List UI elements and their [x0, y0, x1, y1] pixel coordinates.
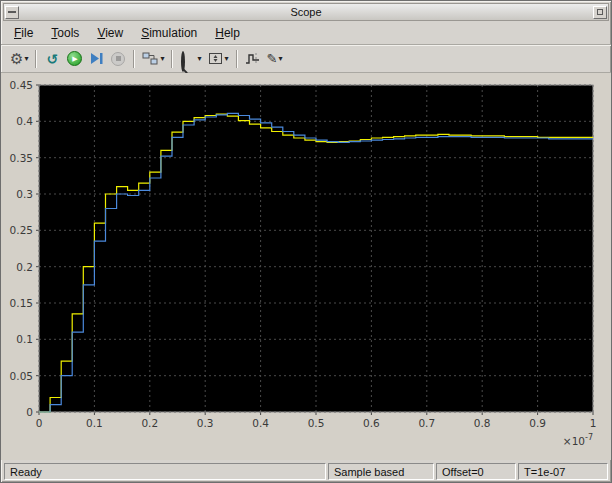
- menu-tools[interactable]: Tools: [42, 23, 88, 43]
- svg-text:0.8: 0.8: [474, 417, 491, 429]
- svg-text:0.7: 0.7: [418, 417, 435, 429]
- svg-text:0.4: 0.4: [252, 417, 269, 429]
- toolbar-separator: [133, 50, 135, 68]
- svg-text:0.35: 0.35: [10, 152, 33, 164]
- menu-file[interactable]: File: [5, 23, 42, 43]
- pencil-icon: ✎: [267, 52, 278, 65]
- svg-text:0.4: 0.4: [16, 115, 33, 127]
- cursor-measurements-button[interactable]: [242, 48, 264, 70]
- status-ready: Ready: [4, 463, 326, 480]
- window-menu-button[interactable]: [5, 6, 19, 19]
- svg-text:0.05: 0.05: [10, 370, 33, 382]
- svg-text:0.1: 0.1: [16, 333, 33, 345]
- status-sample-mode: Sample based: [328, 463, 434, 480]
- plot-svg[interactable]: 00.10.20.30.40.50.60.70.80.9100.050.10.1…: [5, 75, 607, 455]
- toolbar-separator: [236, 50, 238, 68]
- svg-text:0: 0: [26, 406, 33, 418]
- stop-icon: [111, 52, 125, 66]
- toolbar-separator: [171, 50, 173, 68]
- signal-selector-icon: [142, 52, 159, 66]
- figure-area: 00.10.20.30.40.50.60.70.80.9100.050.10.1…: [1, 73, 611, 460]
- svg-text:1: 1: [590, 417, 597, 429]
- menu-simulation[interactable]: Simulation: [132, 23, 206, 43]
- svg-text:0.6: 0.6: [363, 417, 380, 429]
- svg-text:0: 0: [36, 417, 43, 429]
- svg-text:0.15: 0.15: [10, 297, 33, 309]
- svg-text:0.9: 0.9: [529, 417, 546, 429]
- status-time: T=1e-07: [518, 463, 608, 480]
- run-button[interactable]: ▶: [63, 48, 85, 70]
- chevron-down-icon: ▾: [160, 55, 164, 63]
- signal-selector-button[interactable]: ▾: [139, 48, 167, 70]
- step-forward-icon: [89, 52, 104, 65]
- svg-text:0.2: 0.2: [141, 417, 158, 429]
- svg-text:×10-7: ×10-7: [563, 433, 593, 447]
- span-axes-icon: [208, 52, 224, 65]
- style-button[interactable]: ✎ ▾: [264, 48, 286, 70]
- svg-text:0.25: 0.25: [10, 224, 33, 236]
- step-forward-button[interactable]: [85, 48, 107, 70]
- menu-view[interactable]: View: [88, 23, 132, 43]
- stepping-options-icon: ↺: [47, 52, 59, 66]
- menu-help[interactable]: Help: [206, 23, 249, 43]
- toolbar-separator: [35, 50, 37, 68]
- svg-text:0.1: 0.1: [86, 417, 103, 429]
- svg-text:0.45: 0.45: [10, 79, 33, 91]
- svg-text:0.2: 0.2: [16, 261, 33, 273]
- title-bar[interactable]: Scope: [3, 3, 609, 21]
- svg-text:0.3: 0.3: [16, 188, 33, 200]
- window-menu-icon: [8, 11, 16, 13]
- status-offset: Offset=0: [436, 463, 516, 480]
- status-bar: Ready Sample based Offset=0 T=1e-07: [1, 460, 611, 482]
- span-axes-button[interactable]: ▾: [205, 48, 232, 70]
- svg-text:0.5: 0.5: [308, 417, 325, 429]
- chevron-down-icon: ▾: [225, 55, 229, 63]
- maximize-button[interactable]: [593, 6, 607, 19]
- window-title: Scope: [4, 6, 608, 18]
- scope-window: Scope File Tools View Simulation Help ⚙ …: [0, 0, 612, 483]
- play-icon: ▶: [67, 51, 82, 66]
- magnifier-icon: [180, 52, 196, 66]
- stop-button[interactable]: [107, 48, 129, 70]
- toolbar: ⚙ ▾ ↺ ▶: [1, 45, 611, 73]
- settings-button[interactable]: ⚙ ▾: [7, 48, 31, 70]
- cursor-measurements-icon: [245, 52, 261, 65]
- maximize-icon: [597, 9, 603, 15]
- chevron-down-icon: ▾: [197, 55, 201, 63]
- gear-icon: ⚙: [10, 51, 23, 66]
- menu-bar: File Tools View Simulation Help: [1, 21, 611, 45]
- chevron-down-icon: ▾: [24, 55, 28, 63]
- chevron-down-icon: ▾: [278, 55, 282, 63]
- zoom-button[interactable]: ▾: [177, 48, 204, 70]
- svg-text:0.3: 0.3: [197, 417, 214, 429]
- stepping-options-button[interactable]: ↺: [41, 48, 63, 70]
